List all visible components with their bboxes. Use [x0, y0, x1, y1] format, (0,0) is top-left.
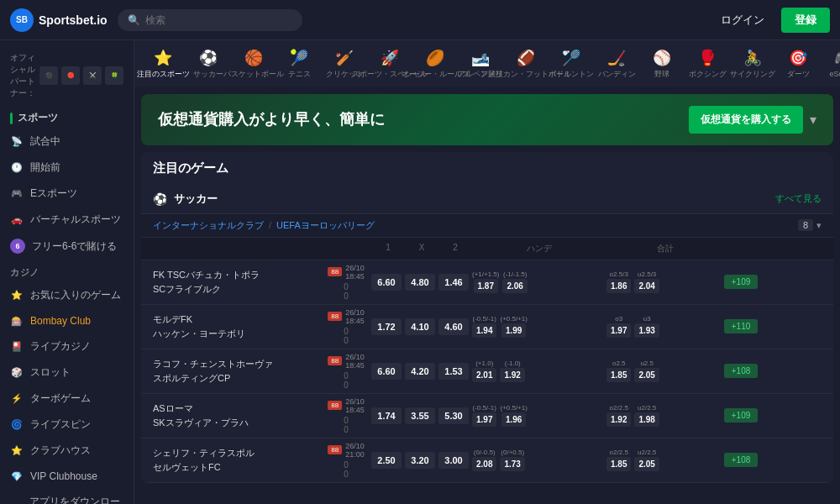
handi-odds-2[interactable]: 2.06	[502, 279, 527, 293]
sidebar-item-label-live: 試合中	[30, 134, 60, 149]
buy-crypto-button[interactable]: 仮想通貨を購入する	[689, 106, 803, 134]
sidebar-item-label-fav: お気に入りのゲーム	[30, 288, 121, 302]
odds-btn-2[interactable]: 4.60	[438, 318, 469, 335]
register-button[interactable]: 登録	[781, 8, 830, 33]
handi-item-1: (+1/+1.5) 1.87	[472, 270, 499, 293]
soccer-ball-icon: ⚽	[153, 192, 167, 206]
sidebar-item-fav[interactable]: ⭐ お気に入りのゲーム	[0, 282, 134, 308]
sport-item-bandy[interactable]: 🏒 バンディン	[595, 45, 638, 82]
handi-odds-2[interactable]: 1.92	[500, 368, 524, 382]
total-odds-1[interactable]: 1.86	[606, 279, 631, 293]
handi-odds-1[interactable]: 1.87	[474, 279, 498, 293]
total-group: o2/2.5 1.92 u2/2.5 1.98	[606, 404, 724, 427]
sidebar-item-esports[interactable]: 🎮 Eスポーツ	[0, 181, 134, 207]
odds-btn-1[interactable]: 6.60	[371, 274, 402, 291]
odds-btn-x[interactable]: 4.20	[405, 363, 435, 380]
sidebar-item-upcoming[interactable]: 🕐 開始前	[0, 155, 134, 181]
handi-odds-2[interactable]: 1.73	[500, 457, 524, 471]
team-info: ラコフ・チェンストホーヴァ スポルティングCP	[153, 358, 321, 385]
time-text: 26/1018:45	[345, 264, 365, 281]
header: SB Sportsbet.io 🔍 ログイン 登録	[0, 0, 840, 40]
partner-badge-3: ⚔️	[83, 66, 102, 85]
odds-btn-x[interactable]: 3.20	[405, 452, 435, 469]
handi-odds-1[interactable]: 1.94	[472, 323, 496, 338]
sidebar-item-slots[interactable]: 🎲 スロット	[0, 360, 134, 386]
odds-btn-2[interactable]: 1.46	[438, 274, 469, 291]
sidebar-item-vip[interactable]: 💎 VIP Clubhouse	[0, 464, 134, 489]
search-bar[interactable]: 🔍	[118, 9, 302, 31]
league-expand-icon[interactable]: ▾	[816, 220, 822, 231]
handicap-group: (-0.5/-1) 1.97 (+0.5/+1) 1.96	[472, 404, 606, 427]
sidebar-item-live-casino[interactable]: 🎴 ライブカジノ	[0, 333, 134, 360]
total-odds-2[interactable]: 1.93	[634, 323, 659, 338]
sport-item-tennis[interactable]: 🎾 テニス	[277, 45, 321, 82]
more-button[interactable]: +110	[724, 319, 758, 333]
total-odds-2[interactable]: 2.05	[634, 368, 659, 382]
search-input[interactable]	[145, 14, 292, 26]
more-button[interactable]: +109	[724, 275, 758, 289]
handi-odds-2[interactable]: 1.96	[501, 412, 526, 427]
sidebar-item-live[interactable]: 📡 試合中	[0, 129, 134, 155]
more-button[interactable]: +108	[724, 453, 758, 467]
total-odds-2[interactable]: 2.04	[634, 279, 659, 293]
total-label-2: u2/2.5	[638, 449, 656, 456]
cycling-icon: 🚴	[743, 49, 762, 67]
total-odds-1[interactable]: 1.85	[606, 457, 631, 471]
odds-btn-2[interactable]: 3.00	[438, 452, 469, 469]
sidebar-item-turbo[interactable]: ⚡ ターボゲーム	[0, 386, 134, 412]
total-odds-2[interactable]: 1.98	[634, 412, 659, 427]
odds-btn-1[interactable]: 2.50	[371, 452, 402, 469]
match-time: 88 26/1018:45	[328, 397, 364, 414]
odds-btn-x[interactable]: 4.10	[405, 318, 435, 335]
sport-label-baseball: 野球	[654, 70, 669, 79]
sport-item-star[interactable]: ⭐ 注目のスポーツ	[141, 45, 185, 82]
banner-expand-icon[interactable]: ▾	[810, 112, 816, 128]
total-odds-1[interactable]: 1.85	[606, 368, 631, 382]
sidebar-item-app[interactable]: 📱 アプリをダウンロード	[0, 489, 134, 504]
american-football-icon: 🏈	[517, 49, 535, 67]
sport-item-darts[interactable]: 🎯 ダーツ	[776, 45, 820, 82]
more-button[interactable]: +109	[724, 408, 758, 423]
odds-btn-2[interactable]: 1.53	[438, 363, 469, 380]
score1: 0	[344, 416, 349, 425]
sport-item-badminton[interactable]: 🏸 バドミントン	[549, 45, 593, 82]
sport-item-american-football[interactable]: 🏈 アメリカン・フットボール	[504, 45, 548, 82]
total-odds-1[interactable]: 1.97	[606, 323, 631, 338]
league-competition-link[interactable]: UEFAヨーロッパリーグ	[276, 219, 375, 232]
odds-btn-1[interactable]: 6.60	[371, 363, 402, 380]
total-odds-1[interactable]: 1.92	[606, 412, 631, 427]
handi-odds-1[interactable]: 1.97	[472, 412, 496, 427]
league-international-link[interactable]: インターナショナルクラブ	[153, 219, 264, 232]
odds-btn-x[interactable]: 4.80	[405, 274, 435, 291]
sport-item-esoccer[interactable]: 🎮 eSoccer	[822, 45, 840, 82]
login-button[interactable]: ログイン	[711, 8, 774, 33]
handi-odds-1[interactable]: 2.08	[472, 457, 496, 471]
more-button[interactable]: +108	[724, 364, 758, 378]
odds-btn-1[interactable]: 1.74	[371, 407, 402, 424]
odds-btn-x[interactable]: 3.55	[405, 407, 435, 424]
odds-btn-1[interactable]: 1.72	[371, 318, 402, 335]
sidebar-item-free66[interactable]: 6 フリー6-6で賭ける	[0, 233, 134, 260]
sport-item-basketball[interactable]: 🏀 バスケットボール	[232, 45, 276, 82]
vip-icon: 💎	[10, 470, 24, 483]
see-all-button[interactable]: すべて見る	[775, 192, 822, 205]
sport-item-boxing[interactable]: 🥊 ボクシング	[685, 45, 729, 82]
handi-odds-1[interactable]: 2.01	[472, 368, 496, 382]
table-row: ASローマ SKスラヴィア・プラハ 88 26/1018:45 0 0 1.74…	[141, 394, 833, 438]
handi-item-2: (0/+0.5) 1.73	[500, 449, 524, 471]
sidebar-item-clubhouse[interactable]: ⭐ クラブハウス	[0, 438, 134, 464]
total-label-1: o2/2.5	[610, 404, 628, 412]
total-odds-2[interactable]: 2.05	[634, 457, 659, 471]
sidebar-item-virtual[interactable]: 🚗 バーチャルスポーツ	[0, 207, 134, 233]
sport-item-cycling[interactable]: 🚴 サイクリング	[731, 45, 774, 82]
sport-item-aussie[interactable]: 🏉 オージー・ルールズ	[413, 45, 457, 82]
odds-btn-2[interactable]: 5.30	[438, 407, 469, 424]
sidebar-item-livespin[interactable]: 🌀 ライブスピン	[0, 412, 134, 438]
handi-odds-2[interactable]: 1.99	[501, 323, 526, 338]
sport-item-baseball[interactable]: ⚾ 野球	[640, 45, 684, 82]
team-info: FK TSCバチュカ・トポラ SCフライブルク	[153, 269, 321, 296]
total-label-1: o2/2.5	[610, 449, 628, 456]
league-separator: /	[269, 220, 271, 230]
sidebar-item-bombay[interactable]: 🎰 Bombay Club	[0, 308, 134, 333]
handi-item-1: (+1.0) 2.01	[472, 360, 496, 382]
